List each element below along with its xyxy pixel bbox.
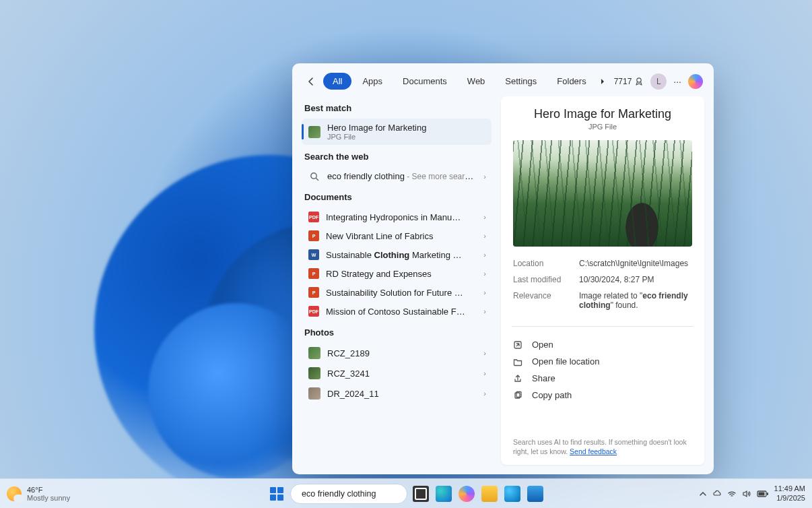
divider bbox=[512, 326, 693, 327]
action-open[interactable]: Open bbox=[513, 336, 692, 353]
copy-icon bbox=[513, 391, 524, 400]
photo-result[interactable]: RCZ_2189 › bbox=[302, 343, 492, 363]
action-label: Copy path bbox=[532, 390, 572, 400]
chevron-right-icon: › bbox=[483, 349, 486, 357]
result-thumbnail bbox=[308, 126, 320, 138]
battery-icon bbox=[757, 490, 769, 498]
points-value: 7717 bbox=[614, 77, 632, 86]
weather-widget[interactable]: 46°F Mostly sunny bbox=[7, 486, 70, 502]
result-title: RCZ_3241 bbox=[327, 369, 477, 379]
meta-relevance-value: Image related to "eco friendly clothing"… bbox=[579, 291, 692, 310]
meta-relevance-label: Relevance bbox=[513, 291, 570, 310]
web-search-result[interactable]: eco friendly clothing - See more search … bbox=[302, 167, 492, 185]
header-right: 7717 L ··· bbox=[614, 73, 703, 90]
result-title: New Vibrant Line of Fabrics bbox=[326, 231, 477, 241]
filters-scroll-right[interactable] bbox=[599, 78, 610, 85]
document-result[interactable]: P Sustainability Solution for Future … › bbox=[302, 283, 492, 302]
open-icon bbox=[513, 340, 524, 350]
result-title: RD Strategy and Expenses bbox=[326, 269, 477, 279]
clock[interactable]: 11:49 AM 1/9/2025 bbox=[774, 484, 805, 502]
edge-app-2[interactable] bbox=[503, 484, 522, 503]
chevron-right-icon: › bbox=[483, 307, 486, 315]
filter-all[interactable]: All bbox=[323, 73, 351, 90]
start-button[interactable] bbox=[267, 484, 286, 503]
filter-documents[interactable]: Documents bbox=[393, 73, 456, 90]
search-input[interactable] bbox=[302, 489, 407, 499]
svg-rect-9 bbox=[758, 492, 764, 495]
action-open-location[interactable]: Open file location bbox=[513, 353, 692, 370]
ppt-icon: P bbox=[308, 268, 319, 279]
action-label: Share bbox=[532, 373, 555, 383]
ppt-icon: P bbox=[308, 230, 319, 241]
chevron-right-icon: › bbox=[483, 389, 486, 398]
chevron-right-icon bbox=[599, 78, 606, 85]
result-subtitle: JPG File bbox=[327, 133, 486, 141]
meta-modified-value: 10/30/2024, 8:27 PM bbox=[579, 275, 692, 284]
task-view-button[interactable] bbox=[411, 484, 430, 503]
store-app[interactable] bbox=[526, 484, 545, 503]
result-title: RCZ_2189 bbox=[327, 348, 477, 358]
filter-tabs: All Apps Documents Web Settings Folders … bbox=[323, 73, 595, 90]
weather-temp: 46°F bbox=[27, 486, 70, 494]
rewards-icon bbox=[634, 77, 644, 86]
chevron-right-icon: › bbox=[483, 369, 486, 377]
svg-line-2 bbox=[316, 178, 318, 180]
arrow-left-icon bbox=[306, 76, 316, 87]
meta-location-label: Location bbox=[513, 259, 570, 268]
result-title: Sustainable Clothing Marketing … bbox=[326, 250, 477, 260]
clock-date: 1/9/2025 bbox=[774, 494, 805, 503]
pdf-icon: PDF bbox=[308, 306, 319, 317]
system-tray[interactable] bbox=[699, 489, 769, 499]
filter-folders[interactable]: Folders bbox=[547, 73, 595, 90]
result-title: Sustainability Solution for Future … bbox=[326, 288, 477, 298]
result-title: Hero Image for Marketing bbox=[327, 123, 486, 133]
action-label: Open bbox=[532, 340, 553, 350]
taskbar-right: 11:49 AM 1/9/2025 bbox=[699, 484, 805, 502]
explorer-app[interactable] bbox=[480, 484, 499, 503]
section-documents: Documents bbox=[302, 185, 492, 208]
filter-apps[interactable]: Apps bbox=[353, 73, 392, 90]
taskbar-search[interactable] bbox=[290, 484, 407, 504]
weather-desc: Mostly sunny bbox=[27, 494, 70, 502]
photo-result[interactable]: RCZ_3241 › bbox=[302, 363, 492, 383]
weather-icon bbox=[7, 486, 22, 501]
chevron-right-icon: › bbox=[483, 213, 486, 221]
section-search-web: Search the web bbox=[302, 145, 492, 167]
preview-image[interactable] bbox=[513, 140, 692, 247]
action-copy-path[interactable]: Copy path bbox=[513, 387, 692, 404]
share-icon bbox=[513, 374, 524, 383]
filter-settings[interactable]: Settings bbox=[496, 73, 546, 90]
photo-result[interactable]: DR_2024_11 › bbox=[302, 383, 492, 404]
taskbar-center bbox=[267, 484, 545, 504]
best-match-result[interactable]: Hero Image for Marketing JPG File bbox=[302, 119, 492, 145]
document-result[interactable]: W Sustainable Clothing Marketing … › bbox=[302, 245, 492, 264]
user-avatar[interactable]: L bbox=[650, 73, 667, 90]
copilot-app[interactable] bbox=[457, 484, 476, 503]
document-result[interactable]: PDF Integrating Hydroponics in Manu… › bbox=[302, 208, 492, 226]
result-thumbnail bbox=[308, 387, 320, 400]
meta-modified-label: Last modified bbox=[513, 275, 570, 284]
document-result[interactable]: PDF Mission of Contoso Sustainable F… › bbox=[302, 302, 492, 321]
edge-app[interactable] bbox=[434, 484, 453, 503]
pdf-icon: PDF bbox=[308, 212, 319, 222]
back-button[interactable] bbox=[303, 73, 319, 90]
folder-icon bbox=[513, 357, 524, 367]
meta-location-value: C:\scratch\Ignite\Ignite\Images bbox=[579, 259, 692, 268]
preview-metadata: Location C:\scratch\Ignite\Ignite\Images… bbox=[513, 259, 692, 317]
action-share[interactable]: Share bbox=[513, 370, 692, 387]
rewards-points[interactable]: 7717 bbox=[614, 77, 644, 86]
document-result[interactable]: P New Vibrant Line of Fabrics › bbox=[302, 226, 492, 245]
document-result[interactable]: P RD Strategy and Expenses › bbox=[302, 264, 492, 283]
chevron-right-icon: › bbox=[483, 172, 486, 181]
volume-icon bbox=[742, 489, 751, 499]
result-thumbnail bbox=[308, 347, 320, 359]
filter-web[interactable]: Web bbox=[458, 73, 495, 90]
copilot-icon[interactable] bbox=[688, 74, 703, 89]
wifi-icon bbox=[727, 489, 737, 499]
more-options[interactable]: ··· bbox=[673, 76, 681, 87]
preview-subtitle: JPG File bbox=[513, 123, 692, 131]
search-icon bbox=[308, 172, 320, 181]
result-title: Mission of Contoso Sustainable F… bbox=[326, 307, 477, 317]
send-feedback-link[interactable]: Send feedback bbox=[570, 447, 617, 455]
result-title: Integrating Hydroponics in Manu… bbox=[326, 212, 477, 222]
